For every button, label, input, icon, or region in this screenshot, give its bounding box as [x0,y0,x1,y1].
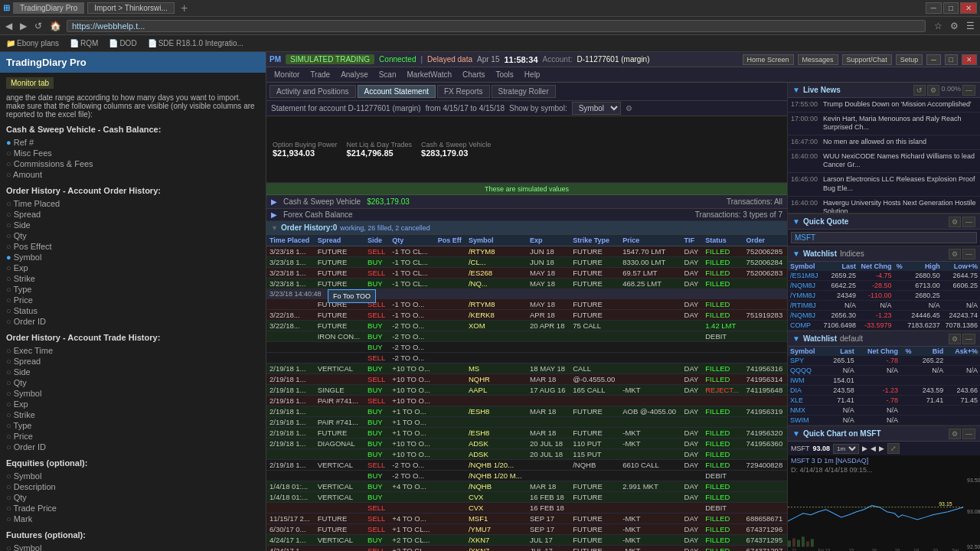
chart-settings-btn[interactable]: ⚙ [949,429,961,439]
news-item[interactable]: 16:40:00 WUU NexiCODE Names Richard Will… [788,150,980,173]
order-row[interactable]: 1/4/18 01:...VERTICALBUY CVX16 FEB 18FUT… [266,492,787,503]
qq-collapse-btn[interactable]: — [962,217,975,227]
chart-prev-btn[interactable]: ◀ [871,445,876,452]
chart-canvas[interactable]: 93.50 93.08 92.50 [788,474,980,551]
order-row[interactable]: 3/22/18...FUTUREBUY-2 TO O... XOM20 APR … [266,321,787,331]
nav-tools[interactable]: Tools [491,69,518,80]
back-button[interactable]: ◀ [3,21,15,31]
order-row[interactable]: 3/23/18 1...FUTUREBUY-1 TO CL... /CL...J… [266,257,787,268]
bookmark-ebony-plans[interactable]: 📁 Ebony plans [3,38,62,48]
forward-button[interactable]: ▶ [18,21,29,31]
menu-icon[interactable]: ☰ [964,21,977,31]
wl-default-row[interactable]: SWIMN/AN/A [788,416,980,425]
nav-analyse[interactable]: Analyse [336,69,373,80]
wl-default-row[interactable]: SPY265.15-.78265.22 [788,356,980,366]
order-row[interactable]: 2/19/18 1...SINGLEBUY+10 TO O... AAPL17 … [266,385,787,396]
order-row[interactable]: 2/19/18 1...DIAGONALBUY+10 TO O... ADSK2… [266,439,787,449]
new-tab-button[interactable]: + [178,2,191,15]
order-history-expand[interactable]: ▼ [271,224,278,232]
wl-indices-collapse-btn[interactable]: — [962,249,975,259]
wl-indices-settings-btn[interactable]: ⚙ [949,249,961,259]
tab-trading-diary[interactable]: TradingDiary Pro [13,2,84,14]
home-screen-btn[interactable]: Home Screen [743,54,794,65]
monitor-tab-label[interactable]: Monitor tab [6,77,54,89]
nav-help[interactable]: Help [520,69,545,80]
order-row[interactable]: 2/19/18 1...PAIR #741...SELL+10 TO O... [266,396,787,406]
bookmark-sde[interactable]: 📄 SDE R18.1.0 Integratio... [145,38,247,48]
order-row[interactable]: BUY-2 TO O... /NQHB 1/20 M...DEBIT [266,471,787,481]
tab-import[interactable]: Import > Thinkorswi... [87,2,175,14]
cash-row[interactable]: ▶ Cash & Sweep Vehicle $263,179.03 Trans… [266,195,787,209]
order-row[interactable]: 3/23/18 1...FUTUREBUY-1 TO CL... /NQ...M… [266,279,787,289]
chart-interval-select[interactable]: 1m 5m 1h 1d [833,444,859,454]
order-row-tooltip[interactable]: 3/23/18 14:40:48 Fo Too TOO [266,289,787,299]
bookmark-dod[interactable]: 📄 DOD [106,38,139,48]
order-row[interactable]: BUY-2 TO O... [266,342,787,353]
news-item[interactable]: 16:47:00 No men are allowed on this isla… [788,135,980,150]
subnav-strategy-roller[interactable]: Strategy Roller [492,85,556,98]
settings-icon[interactable]: ⚙ [948,21,961,31]
order-row[interactable]: 4/24/17 1...VERTICALBUY+2 TO CL... /XKN7… [266,535,787,546]
wl-default-row[interactable]: NMXN/AN/A [788,406,980,416]
bookmark-rqm[interactable]: 📄 RQM [67,38,101,48]
news-item[interactable]: 17:55:00 Trump Doubles Down on 'Mission … [788,98,980,112]
maximize-button[interactable]: □ [943,2,959,14]
wl-indices-row[interactable]: /RTIM8JN/AN/AN/AN/A [788,301,980,311]
messages-btn[interactable]: Messages [798,54,838,65]
order-row[interactable]: 2/19/18 1...FUTUREBUY+1 TO O... /ESH8MAR… [266,428,787,439]
wl-default-row[interactable]: XLE71.41-.7871.4171.45 [788,396,980,406]
wl-default-collapse-btn[interactable]: — [962,334,975,344]
news-refresh-btn[interactable]: ↺ [913,85,926,96]
nav-marketwatch[interactable]: MarketWatch [403,69,457,80]
order-row[interactable]: SELL CVX16 FEB 18DEBIT [266,503,787,514]
expand-chart-icon[interactable]: ▼ [792,429,800,438]
order-row[interactable]: 1/4/18 01:...VERTICALBUY+4 TO O... /NQHB… [266,481,787,492]
order-row[interactable]: BUY+10 TO O... ADSK20 JUL 18115 PUTDAYFI… [266,449,787,460]
expand-news-icon[interactable]: ▼ [792,86,800,94]
nav-trade[interactable]: Trade [305,69,335,80]
chart-play-btn[interactable]: ▶ [862,445,867,452]
close-button[interactable]: ✕ [960,2,977,14]
order-row[interactable]: 6/30/17 0...FUTURESELL+1 TO CL... /YMU7S… [266,524,787,535]
url-input[interactable] [67,20,926,32]
chart-expand-btn[interactable]: ⤢ [887,443,900,454]
minimize-button[interactable]: ─ [926,2,942,14]
chart-collapse-btn[interactable]: — [962,429,975,439]
expand-cash-arrow[interactable]: ▶ [271,197,277,206]
news-item[interactable]: 16:45:00 Larson Electronics LLC Releases… [788,173,980,196]
wl-default-settings-btn[interactable]: ⚙ [949,334,961,344]
wl-indices-row[interactable]: /NQM8J6642.25-28.506713.006606.25 [788,281,980,291]
expand-wl-indices-icon[interactable]: ▼ [792,249,800,258]
qq-symbol-input[interactable] [791,232,977,243]
wl-indices-row[interactable]: COMP7106.6498-33.59797183.62377078.1386 [788,321,980,331]
window-close-btn[interactable]: ✕ [962,54,977,65]
window-maximize-btn[interactable]: □ [945,54,958,65]
expand-forex-arrow[interactable]: ▶ [271,210,277,219]
forex-row[interactable]: ▶ Forex Cash Balance Transactions: 3 typ… [266,209,787,221]
subnav-activity[interactable]: Activity and Positions [270,85,356,98]
order-row[interactable]: IRON CON...BUY-2 TO O... DEBIT [266,331,787,342]
nav-monitor[interactable]: Monitor [270,69,304,80]
expand-qq-icon[interactable]: ▼ [792,217,800,226]
wl-default-row[interactable]: QQQQN/AN/AN/AN/A [788,366,980,376]
news-item[interactable]: 16:40:00 Havergu University Hosts Next G… [788,197,980,214]
nav-scan[interactable]: Scan [374,69,401,80]
wl-indices-row[interactable]: /YMM8J24349-110.002680.25 [788,291,980,301]
order-row[interactable]: 11/15/17 2...FUTURESELL+4 TO O... MSF1SE… [266,514,787,524]
nav-charts[interactable]: Charts [458,69,489,80]
wl-indices-row[interactable]: /ES1M8J2659.25-4.752680.502644.75 [788,271,980,281]
order-row[interactable]: 3/23/18 1...FUTURESELL-1 TO CL... /ES268… [266,268,787,279]
home-button[interactable]: 🏠 [47,21,64,31]
order-row[interactable]: 2/19/18 1...VERTICALBUY+10 TO O... MS18 … [266,364,787,374]
order-row[interactable]: 2/19/18 1...BUY+1 TO O... /ESH8MAR 18FUT… [266,406,787,417]
order-row[interactable]: 2/19/18 1...VERTICALSELL-2 TO O... /NQHB… [266,460,787,471]
order-row[interactable]: 4/24/17 1...SELL+2 TO CL... /XKN7JUL 17F… [266,546,787,552]
bookmark-star[interactable]: ☆ [932,21,945,31]
wl-default-row[interactable]: IWM154.01 [788,376,980,386]
reload-button[interactable]: ↺ [32,21,44,31]
subnav-fx-reports[interactable]: FX Reports [437,85,490,98]
window-minimize-btn[interactable]: ─ [926,54,940,65]
expand-wl-default-icon[interactable]: ▼ [792,334,800,343]
order-history-header[interactable]: ▼ Order History:0 working, 26 filled, 2 … [266,221,787,235]
order-row[interactable]: 2/19/18 1...PAIR #741...BUY+1 TO O... [266,417,787,428]
